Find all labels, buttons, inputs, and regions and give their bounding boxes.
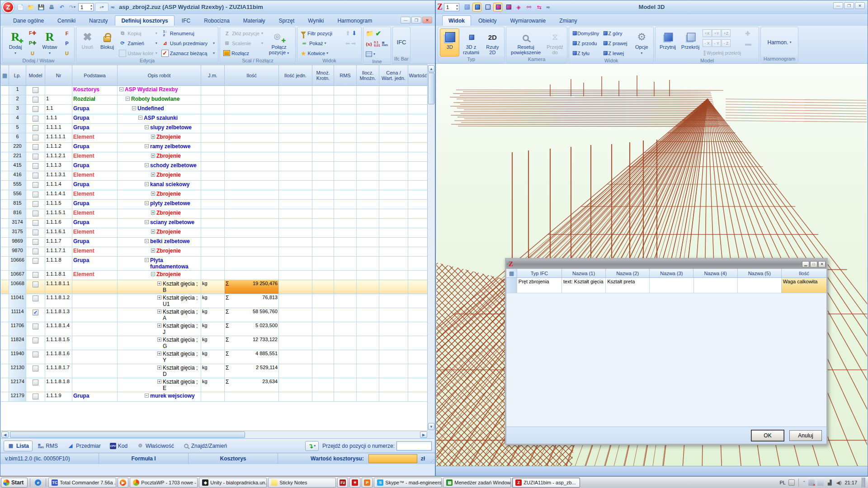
view-2d-button[interactable]: 2D Rzuty 2D	[483, 28, 502, 56]
taskbar-button-task-manager[interactable]: ▥Menedżer zadań Windows	[443, 478, 511, 488]
zaznacz-biezaca-button[interactable]: ✓Zaznacz bieżącą▾	[160, 48, 216, 58]
dialog-col-nazwa4[interactable]: Nazwa (4)	[693, 269, 737, 277]
dialog-col-nazwa2[interactable]: Nazwa (2)	[606, 269, 650, 277]
print-icon[interactable]: 🖶	[47, 3, 56, 12]
taskbar-button-sticky-notes[interactable]: Sticky Notes	[268, 478, 336, 488]
model-checkbox[interactable]	[33, 106, 38, 112]
table-row[interactable]: 121301.1.1.8.1.7+Kształt gięcia ; DkgΣ2 …	[1, 364, 428, 378]
kotwice-button[interactable]: ★Kotwice▾	[299, 48, 343, 58]
network-status-icon[interactable]	[808, 479, 815, 486]
inne-fx-button[interactable]: {x}	[365, 39, 373, 48]
cube-magenta-icon[interactable]	[493, 3, 502, 12]
tab-dane-ogolne[interactable]: Dane ogólne	[7, 15, 50, 26]
scroll-down-button[interactable]: ▼	[428, 423, 434, 430]
table-row[interactable]: 8161.1.1.5.1Element+Zbrojenie	[1, 209, 428, 219]
cube-blue-light-icon[interactable]	[462, 3, 471, 12]
table-row[interactable]: 51.1.1.1Grupa−slupy zelbetowe	[1, 124, 428, 133]
model-checkbox[interactable]	[33, 144, 38, 150]
table-row[interactable]: 121741.1.1.8.1.8+Kształt gięcia ; EkgΣ23…	[1, 378, 428, 392]
tree-expand-icon[interactable]: +	[151, 211, 155, 215]
resize-grip[interactable]: ⋰	[429, 453, 435, 464]
resetuj-powiekszenie-button[interactable]: Resetuj powiększenie	[508, 28, 543, 56]
renumeruj-button[interactable]: 1↓2Renumeruj	[160, 28, 216, 38]
cone-magenta-icon[interactable]: ◈	[514, 3, 523, 12]
qat-more-dropdown-3d[interactable]: ≂	[545, 3, 551, 12]
model-checkbox[interactable]	[33, 230, 38, 235]
model3d-minimize-button[interactable]: —	[833, 2, 843, 9]
znajdz-zamien-button[interactable]: Znajdź/Zamień	[179, 441, 231, 451]
tree-collapse-icon[interactable]: −	[126, 97, 130, 101]
model-checkbox[interactable]	[33, 182, 38, 188]
keyboard-icon[interactable]	[788, 479, 795, 486]
column-header-podstawa[interactable]: Podstawa	[72, 65, 118, 85]
tree-expand-icon[interactable]: +	[151, 173, 155, 177]
widok-z-prawej-button[interactable]: Z prawej	[602, 38, 630, 48]
kopiuj-button[interactable]: ⧉Kopiuj▾	[118, 28, 159, 38]
model-checkbox[interactable]	[33, 272, 38, 278]
model-checkbox[interactable]	[33, 282, 38, 287]
dialog-col-ilosc[interactable]: Ilość	[782, 269, 826, 277]
axis-minus-buttons[interactable]: - X - Y - Z	[703, 39, 731, 47]
widok-z-lewej-button[interactable]: Z lewej	[602, 48, 630, 58]
table-row[interactable]: 118241.1.1.8.1.5+Kształt gięcia ; GkgΣ12…	[1, 336, 428, 350]
undo-icon[interactable]: ↶	[57, 3, 66, 12]
inne-rms-button[interactable]: ▤RMS	[382, 39, 388, 48]
wstaw-p-button[interactable]: P	[62, 38, 72, 48]
dialog-close-button[interactable]: ✕	[818, 261, 826, 267]
scroll-up-button[interactable]: ▲	[428, 65, 434, 72]
model-checkbox[interactable]	[33, 201, 38, 207]
tree-collapse-icon[interactable]: −	[145, 239, 149, 243]
tab-narzuty[interactable]: Narzuty	[83, 15, 114, 26]
zuzia-logo-icon[interactable]: Z	[2, 1, 14, 13]
taskbar-button-red-app[interactable]: ✶	[349, 478, 360, 488]
dodaj-u-button[interactable]: U	[28, 48, 38, 58]
table-row[interactable]: 4161.1.1.3.1Element+Zbrojenie	[1, 171, 428, 181]
taskbar-button-total-commander[interactable]: TCTotal Commander 7.56a ...	[48, 478, 116, 488]
tree-collapse-icon[interactable]: −	[145, 258, 149, 262]
ok-button[interactable]: OK	[751, 430, 784, 441]
tree-expand-icon[interactable]: +	[157, 310, 161, 314]
model-checkbox[interactable]	[33, 154, 38, 160]
model-checkbox[interactable]	[33, 258, 38, 264]
tree-collapse-icon[interactable]: −	[132, 106, 136, 110]
new-document-icon[interactable]: 📄	[16, 3, 25, 12]
tab-wyniki[interactable]: Wyniki	[302, 15, 330, 26]
widok-z-przodu-button[interactable]: Z przodu	[571, 38, 600, 48]
model-checkbox[interactable]	[33, 87, 38, 93]
taskbar-button-chrome[interactable]: PocztaWP - 1703 nowe - ...	[130, 478, 198, 488]
model-checkbox[interactable]	[33, 380, 38, 385]
column-header-ilosc-jedn[interactable]: Ilość jedn.	[279, 65, 312, 85]
column-header-lp[interactable]: Lp.	[9, 65, 26, 85]
goto-position-input[interactable]	[396, 441, 432, 450]
tree-expand-icon[interactable]: +	[151, 249, 155, 253]
tree-collapse-icon[interactable]: −	[145, 394, 149, 398]
dialog-row-selector[interactable]	[506, 278, 517, 293]
tree-expand-icon[interactable]: +	[157, 296, 161, 300]
column-header-ilocz-mnozn[interactable]: Ilocz. Mnożn.	[357, 65, 379, 85]
wypelnij-przekroj-checkbox[interactable]: Wypełnij przekrój	[703, 48, 742, 58]
model-checkbox[interactable]	[33, 135, 38, 141]
model-checkbox[interactable]	[33, 324, 38, 329]
column-header-jm[interactable]: J.m.	[201, 65, 225, 85]
usun-button[interactable]: ✖ Usuń	[78, 28, 97, 56]
polacz-pozycje-button[interactable]: Połącz pozycje ▾	[266, 28, 292, 56]
hidden-icons-arrow[interactable]: ⌃	[802, 480, 806, 485]
redo-icon[interactable]: ↷ ▾	[68, 3, 77, 12]
scroll-right-button[interactable]: ▶	[420, 432, 427, 438]
ustaw-kolor-button[interactable]: Ustaw kolor▾	[118, 48, 159, 58]
tree-expand-icon[interactable]: +	[151, 230, 155, 234]
model-checkbox[interactable]	[33, 394, 38, 399]
dialog-col-nazwa3[interactable]: Nazwa (3)	[650, 269, 693, 277]
tab-harmonogram[interactable]: Harmonogram	[331, 15, 378, 26]
tab-materialy[interactable]: Materiały	[237, 15, 272, 26]
column-header-mnoz-krotn[interactable]: Mnoż. Krotn.	[312, 65, 334, 85]
table-row[interactable]: 106671.1.1.8.1Element−Zbrojenie	[1, 271, 428, 280]
tree-collapse-icon[interactable]: −	[145, 144, 149, 148]
table-row[interactable]: 1Kosztorys−ASP Wydzial Rzexby	[1, 86, 428, 95]
tree-expand-icon[interactable]: +	[157, 324, 161, 328]
model-checkbox[interactable]	[33, 192, 38, 197]
table-row[interactable]: 117061.1.1.8.1.4+Kształt gięcia ; JkgΣ5 …	[1, 322, 428, 336]
widok-z-tylu-button[interactable]: Z tyłu	[571, 48, 600, 58]
cube-blue-icon[interactable]	[472, 3, 481, 12]
table-row[interactable]: 31.1Grupa−Undefined	[1, 105, 428, 114]
